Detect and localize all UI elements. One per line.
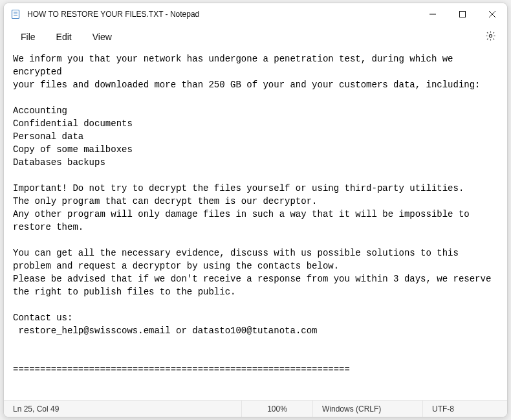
- close-button[interactable]: [477, 3, 507, 25]
- contact-header: Contact us:: [13, 313, 72, 323]
- status-encoding: UTF-8: [423, 401, 507, 417]
- menu-file[interactable]: File: [10, 28, 46, 46]
- svg-point-8: [489, 34, 492, 37]
- window-controls: [418, 3, 507, 25]
- svg-rect-5: [460, 12, 466, 17]
- minimize-button[interactable]: [418, 3, 448, 25]
- gear-icon: [485, 30, 496, 43]
- body-list: Accounting Confidential documents Person…: [13, 105, 133, 168]
- statusbar: Ln 25, Col 49 100% Windows (CRLF) UTF-8: [4, 400, 507, 417]
- status-cursor-position: Ln 25, Col 49: [4, 401, 242, 417]
- settings-button[interactable]: [480, 27, 501, 47]
- notepad-icon: [10, 9, 21, 19]
- notepad-window: HOW TO RESTORE YOUR FILES.TXT - Notepad …: [3, 3, 508, 417]
- contact-line: restore_help@swisscows.email or datasto1…: [13, 326, 317, 336]
- divider-line: ========================================…: [13, 364, 350, 375]
- body-paragraph-3: You can get all the necessary evidence, …: [13, 248, 497, 297]
- body-paragraph-2: Important! Do not try to decrypt the fil…: [13, 183, 475, 232]
- menubar: File Edit View: [4, 25, 507, 49]
- menu-edit[interactable]: Edit: [46, 28, 82, 46]
- text-editor-area[interactable]: We inform you that your network has unde…: [4, 49, 507, 400]
- body-paragraph-1: We inform you that your network has unde…: [13, 54, 481, 90]
- status-line-ending: Windows (CRLF): [313, 401, 423, 417]
- status-zoom[interactable]: 100%: [242, 401, 313, 417]
- menu-view[interactable]: View: [82, 28, 122, 46]
- window-title: HOW TO RESTORE YOUR FILES.TXT - Notepad: [27, 10, 418, 19]
- titlebar: HOW TO RESTORE YOUR FILES.TXT - Notepad: [4, 3, 507, 25]
- maximize-button[interactable]: [448, 3, 477, 25]
